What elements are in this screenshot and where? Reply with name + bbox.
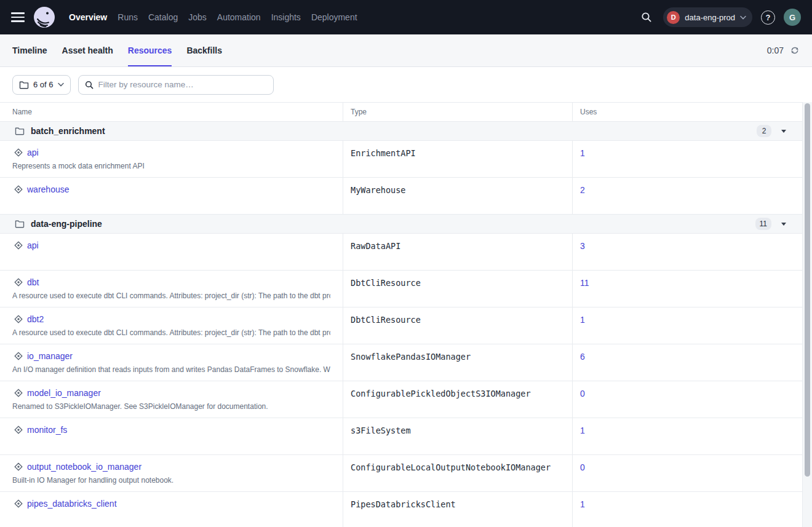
menu-icon[interactable] xyxy=(11,10,26,25)
nav-item-catalog[interactable]: Catalog xyxy=(148,12,178,22)
resource-uses-cell: 6 xyxy=(572,344,803,381)
tab-strip: TimelineAsset healthResourcesBackfills 0… xyxy=(0,34,812,67)
resource-description: Renamed to S3PickleIOManager. See S3Pick… xyxy=(12,402,330,411)
resource-uses-cell: 0 xyxy=(572,455,803,491)
resource-icon xyxy=(14,240,23,250)
group-header-row[interactable]: batch_enrichment 2 xyxy=(0,122,802,141)
resource-name-link[interactable]: output_notebook_io_manager xyxy=(27,462,141,472)
tab-resources[interactable]: Resources xyxy=(128,34,172,66)
collapse-caret-icon[interactable] xyxy=(781,223,786,226)
resource-type-cell: DbtCliResource xyxy=(343,271,572,307)
deployment-switcher[interactable]: D data-eng-prod xyxy=(663,7,752,27)
group-scope-label: 6 of 6 xyxy=(33,80,54,89)
nav-item-automation[interactable]: Automation xyxy=(217,12,261,22)
group-count-badge: 11 xyxy=(755,218,771,230)
resource-type-cell: MyWarehouse xyxy=(343,178,572,214)
deployment-badge: D xyxy=(667,11,680,24)
table-body: batch_enrichment 2 api Represents a mock… xyxy=(0,122,802,527)
resource-name-cell: api xyxy=(0,234,343,270)
resource-uses-link[interactable]: 1 xyxy=(580,148,585,158)
resource-name-cell: dbt A resource used to execute dbt CLI c… xyxy=(0,271,343,307)
resource-name-cell: model_io_manager Renamed to S3PickleIOMa… xyxy=(0,381,343,418)
chevron-down-icon xyxy=(740,15,746,20)
resource-name-link[interactable]: dbt2 xyxy=(27,314,44,324)
column-header-uses: Uses xyxy=(572,103,803,121)
resource-uses-link[interactable]: 1 xyxy=(580,315,585,325)
resource-row: pipes_databricks_client PipesDatabricksC… xyxy=(0,492,802,527)
resource-description: A resource used to execute dbt CLI comma… xyxy=(12,328,330,337)
resource-filter-input[interactable] xyxy=(98,80,267,89)
resource-name-link[interactable]: pipes_databricks_client xyxy=(27,499,117,509)
resource-uses-link[interactable]: 6 xyxy=(580,352,585,362)
resource-type: ConfigurablePickledObjectS3IOManager xyxy=(351,389,531,398)
tab-backfills[interactable]: Backfills xyxy=(186,34,222,66)
resource-description: An I/O manager definition that reads inp… xyxy=(12,365,330,374)
resource-uses-cell: 1 xyxy=(572,141,803,177)
table-header: Name Type Uses xyxy=(0,102,802,122)
resource-name-link[interactable]: model_io_manager xyxy=(27,388,101,398)
collapse-caret-icon[interactable] xyxy=(781,130,786,133)
nav-item-overview[interactable]: Overview xyxy=(69,12,107,22)
avatar[interactable]: G xyxy=(784,9,801,26)
resource-type-cell: RawDataAPI xyxy=(343,234,572,270)
resource-name-link[interactable]: dbt xyxy=(27,277,39,287)
resources-table: Name Type Uses batch_enrichment 2 api Re… xyxy=(0,102,803,527)
resource-filter-box xyxy=(78,75,274,95)
resource-uses-link[interactable]: 1 xyxy=(580,426,585,435)
resource-description: Represents a mock data enrichment API xyxy=(12,162,330,170)
resource-name-link[interactable]: api xyxy=(27,148,39,157)
resource-row: model_io_manager Renamed to S3PickleIOMa… xyxy=(0,381,802,418)
resource-type-cell: DbtCliResource xyxy=(343,307,572,344)
resource-row: dbt2 A resource used to execute dbt CLI … xyxy=(0,307,802,344)
resource-type: DbtCliResource xyxy=(351,278,421,288)
resource-row: dbt A resource used to execute dbt CLI c… xyxy=(0,271,802,307)
resource-uses-link[interactable]: 1 xyxy=(580,499,585,509)
scrollbar-track[interactable] xyxy=(803,102,812,527)
nav-item-runs[interactable]: Runs xyxy=(117,12,138,22)
resource-uses-cell: 1 xyxy=(572,418,803,454)
group-name: batch_enrichment xyxy=(31,126,105,136)
filter-bar: 6 of 6 xyxy=(0,67,812,102)
resource-icon xyxy=(14,351,23,361)
nav-item-jobs[interactable]: Jobs xyxy=(188,12,207,22)
tab-asset-health[interactable]: Asset health xyxy=(62,34,113,66)
resource-name-link[interactable]: monitor_fs xyxy=(27,425,67,435)
folder-icon xyxy=(15,127,25,135)
resource-icon xyxy=(14,184,23,194)
group-scope-button[interactable]: 6 of 6 xyxy=(12,75,71,95)
resource-name-link[interactable]: warehouse xyxy=(27,184,70,194)
resource-type: MyWarehouse xyxy=(351,185,405,195)
column-header-type: Type xyxy=(343,103,572,121)
resource-type: s3FileSystem xyxy=(351,426,411,435)
help-icon[interactable]: ? xyxy=(761,10,775,25)
tab-timeline[interactable]: Timeline xyxy=(12,34,47,66)
page: OverviewRunsCatalogJobsAutomationInsight… xyxy=(0,0,812,527)
resource-uses-link[interactable]: 11 xyxy=(580,278,589,288)
group-count-badge: 2 xyxy=(757,125,771,137)
resource-description: Built-in IO Manager for handling output … xyxy=(12,476,330,485)
resource-uses-link[interactable]: 0 xyxy=(580,462,585,472)
scrollbar-thumb[interactable] xyxy=(805,103,810,477)
resource-uses-link[interactable]: 2 xyxy=(580,185,585,195)
resource-type-cell: ConfigurablePickledObjectS3IOManager xyxy=(343,381,572,418)
resource-icon xyxy=(14,277,23,287)
resource-type-cell: ConfigurableLocalOutputNotebookIOManager xyxy=(343,455,572,491)
resource-name-link[interactable]: io_manager xyxy=(27,351,73,361)
nav-item-deployment[interactable]: Deployment xyxy=(311,12,357,22)
nav-item-insights[interactable]: Insights xyxy=(271,12,301,22)
top-nav: OverviewRunsCatalogJobsAutomationInsight… xyxy=(0,0,812,34)
main-content: Name Type Uses batch_enrichment 2 api Re… xyxy=(0,102,812,527)
group-header-row[interactable]: data-eng-pipeline 11 xyxy=(0,215,802,234)
resource-row: warehouse MyWarehouse 2 xyxy=(0,178,802,215)
dagster-logo-icon[interactable] xyxy=(33,6,55,28)
resource-type-cell: PipesDatabricksClient xyxy=(343,492,572,527)
refresh-icon[interactable] xyxy=(790,46,800,55)
resource-uses-cell: 1 xyxy=(572,492,803,527)
resource-type: SnowflakePandasIOManager xyxy=(351,352,471,362)
resource-uses-link[interactable]: 3 xyxy=(580,241,585,251)
search-icon[interactable] xyxy=(639,9,655,25)
resource-name-link[interactable]: api xyxy=(27,240,39,250)
resource-type: DbtCliResource xyxy=(351,315,421,325)
resource-uses-link[interactable]: 0 xyxy=(580,389,585,398)
resource-name-cell: monitor_fs xyxy=(0,418,343,454)
